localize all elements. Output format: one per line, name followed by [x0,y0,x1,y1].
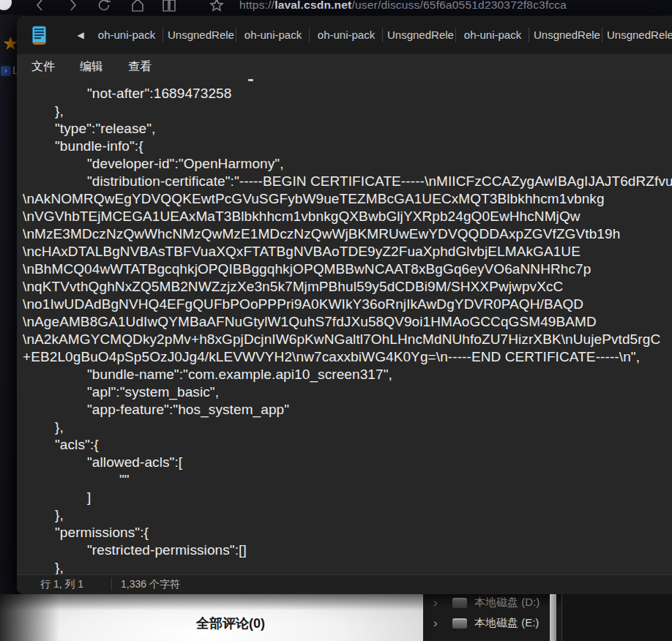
reload-icon[interactable] [96,0,112,13]
tab-label: oh-uni-pack [318,29,375,41]
explorer-tree-item[interactable]: › 本地磁盘 (D:) [423,594,550,610]
editor-line: \nAgeAMB8GA1UdIwQYMBaAFNuGtylW1QuhS7fdJX… [23,313,672,331]
editor-line: "type":"release", [23,120,672,138]
char-count-status: 1,336 个字符 [121,578,180,591]
tab-label: UnsgnedRele [534,29,600,41]
editor-line: +EB2L0gBuO4pSp5OzJ0Jg4/kLEVWVYH2\nw7caxx… [23,348,672,366]
bookmark-star-icon[interactable] [209,0,225,13]
drive-label: 本地磁盘 (D:) [474,596,540,610]
url-host: laval.csdn.net [275,0,351,11]
editor-line: \nqKTVvthQghNxZQ5MB2NWZzjzXe3n5k7MjmPBhu… [23,278,672,296]
editor-line: \ncHAxDTALBgNVBAsTBFVuaXQxFTATBgNVBAoTDE… [23,243,672,260]
explorer-file-list-area [562,594,672,641]
editor-line: }, [23,559,672,574]
editor-line: "restricted-permissions":[] [23,541,672,559]
comments-section: 全部评论(0) [0,594,423,641]
tab-label: UnsgnedRele [168,29,234,41]
notepad-menu-bar: 文件编辑查看 [17,54,672,79]
notepad-tab[interactable]: UnsgnedRele [383,16,456,54]
editor-line: "bundle-name":"com.example.api10_screen3… [23,366,672,383]
notepad-tab[interactable]: oh-uni-pack [456,16,529,54]
url-scheme: https:// [239,0,275,11]
editor-line: \nBhMCQ04wWTATBgcqhkjOPQIBBggqhkjOPQMBBw… [23,260,672,278]
screenshot-root: https://laval.csdn.net/user/discuss/65f6… [0,0,672,641]
editor-line: "bundle-info":{ [23,138,672,155]
bottom-strip: 全部评论(0) › 本地磁盘 (D:) › 本地磁盘 (E:) [0,594,672,641]
chevron-right-icon[interactable]: › [433,595,438,611]
forward-icon[interactable] [64,0,81,13]
editor-line: "permissions":{ [23,524,672,541]
tab-label: oh-uni-pack [244,29,302,41]
notepad-tab-bar: ◀ oh-uni-packUnsgnedReleoh-uni-packoh-un… [17,16,672,54]
editor-line: }, [23,506,672,524]
editor-line: \nA2kAMGYCMQDky2pMv+h8xGpjDcjnIW6pKwNGal… [23,331,672,348]
notepad-status-bar: 行 1, 列 1 1,336 个字符 [17,574,672,594]
file-explorer-panel: › 本地磁盘 (D:) › 本地磁盘 (E:) [423,594,672,641]
editor-line: \nVGVhbTEjMCEGA1UEAxMaT3Blbkhhcm1vbnkgQX… [23,208,672,225]
editor-line: \nMzE3MDczNzQwWhcNMzQwMzE1MDczNzQwWjBKMR… [23,225,672,243]
home-icon[interactable] [130,0,146,13]
tab-scroll-left-button[interactable]: ◀ [74,29,87,42]
notepad-tab[interactable]: UnsgnedRele [529,16,602,54]
editor-line: "not-after":1689473258 [23,85,672,102]
browser-address-bar: https://laval.csdn.net/user/discuss/65f6… [0,0,672,15]
editor-lines: "not-after":1689473258},"type":"release"… [23,85,672,574]
comments-header: 全部评论(0) [196,615,265,632]
explorer-scrollbar[interactable] [550,594,556,641]
tab-strip: oh-uni-packUnsgnedReleoh-uni-packoh-uni-… [90,16,672,54]
back-icon[interactable] [32,0,48,13]
cursor-position-status: 行 1, 列 1 [40,578,83,591]
tab-label: oh-uni-pack [464,29,521,41]
editor-line: "" [23,471,672,489]
editor-line: "distribution-certificate":"-----BEGIN C… [23,173,672,190]
editor-line: }, [23,102,672,120]
tab-label: UnsgnedRele [607,29,672,41]
browser-logo-fragment [0,0,12,10]
notepad-app-icon [32,26,46,45]
editor-line: "apl":"system_basic", [23,383,672,401]
explorer-tree-item[interactable]: › 本地磁盘 (E:) [423,615,550,632]
notepad-tab[interactable]: UnsgnedRele [163,16,236,54]
editor-line: "allowed-acls":[ [23,454,672,471]
status-separator [111,577,112,591]
drive-icon [452,598,467,608]
url-field[interactable]: https://laval.csdn.net/user/discuss/65f6… [239,0,567,12]
tab-label: UnsgnedRele [387,29,454,41]
drive-icon [452,618,467,629]
editor-line: "app-feature":"hos_system_app" [23,401,672,419]
editor-text-area[interactable]: "not-after":1689473258},"type":"release"… [17,79,672,574]
notepad-window: ◀ oh-uni-packUnsgnedReleoh-uni-packoh-un… [17,16,672,594]
editor-line: \no1IwUDAdBgNVHQ4EFgQUFbPOoPPPri9A0KWIkY… [23,296,672,313]
editor-line: ] [23,489,672,506]
menu-item[interactable]: 编辑 [70,54,113,79]
chevron-right-icon[interactable]: › [433,615,438,631]
notepad-tab[interactable]: oh-uni-pack [90,16,163,54]
bookmark-favicon[interactable]: › [1,66,11,76]
drive-label: 本地磁盘 (E:) [474,616,539,630]
editor-line: "developer-id":"OpenHarmony", [23,155,672,173]
reading-list-icon[interactable] [161,0,177,13]
url-path: /user/discuss/65f6a0551d230372f8c3fcca [351,0,567,11]
clipped-text-fragment [248,79,253,81]
tab-label: oh-uni-pack [98,29,155,41]
menu-item[interactable]: 查看 [118,54,162,79]
editor-line: }, [23,419,672,436]
notepad-tab[interactable]: oh-uni-pack [236,16,310,54]
editor-line: "acls":{ [23,436,672,454]
notepad-tab[interactable]: oh-uni-pack [310,16,383,54]
explorer-tree: › 本地磁盘 (D:) › 本地磁盘 (E:) [423,594,550,632]
menu-item[interactable]: 文件 [21,54,65,79]
notepad-tab[interactable]: UnsgnedRele [602,16,672,54]
editor-line: \nAkNOMRQwEgYDVQQKEwtPcGVuSGFybW9ueTEZMB… [23,190,672,208]
